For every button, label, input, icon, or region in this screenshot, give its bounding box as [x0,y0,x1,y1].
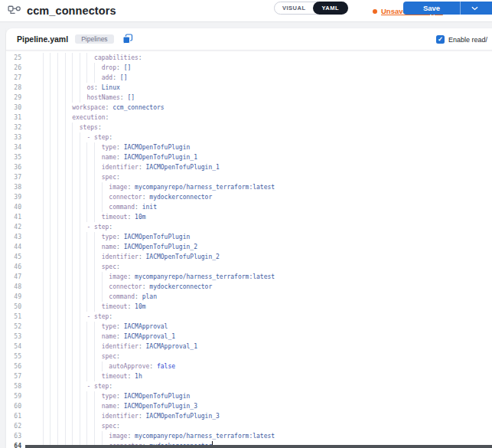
indent-guide [72,352,73,361]
code-text: name: IACMOpenTofuPlugin_2 [35,242,197,252]
save-split-button[interactable]: Save [403,2,492,15]
code-line[interactable]: 27 add: [] [6,73,492,83]
indent-guide [65,83,66,93]
code-line[interactable]: 41 timeout: 10m [6,212,492,222]
yaml-colon: : [116,323,120,330]
code-line[interactable]: 38 image: mycompanyrepo/harness_terrafor… [6,182,492,192]
code-line[interactable]: 40 command: init [6,202,492,212]
save-button[interactable]: Save [403,4,460,12]
code-line[interactable]: 48 connector: mydockerconnector [6,282,492,292]
code-line[interactable]: 47 image: mycompanyrepo/harness_terrafor… [6,272,492,282]
code-line[interactable]: 50 timeout: 10m [6,302,492,312]
line-number: 58 [6,381,21,391]
code-line[interactable]: 42 - step: [6,222,492,232]
code-line[interactable]: 43 type: IACMOpenTofuPlugin [6,232,492,242]
indent-guide [43,242,44,252]
indent-guide [94,262,95,272]
indent-guide [86,411,87,421]
line-number: 64 [6,441,21,448]
save-options-button[interactable] [461,6,488,11]
code-line[interactable]: 30 workspace: ccm_connectors [6,103,492,113]
code-line[interactable]: 58 - step: [6,381,492,391]
code-line[interactable]: 28 os: Linux [6,83,492,93]
code-line[interactable]: 56 autoApprove: false [6,361,492,371]
indent-guide [65,222,66,232]
code-line[interactable]: 35 name: IACMOpenTofuPlugin_1 [6,152,492,162]
indent-guide [72,401,73,411]
yaml-key: identifier [102,343,138,350]
code-line[interactable]: 39 connector: mydockerconnector [6,192,492,202]
horizontal-scrollbar[interactable] [25,445,492,448]
code-text: execution: [35,113,109,123]
code-text: timeout: 10m [35,212,146,222]
yaml-colon: : [138,343,142,350]
yaml-colon: : [142,283,146,290]
code-line[interactable]: 46 spec: [6,262,492,272]
indent-guide [43,73,44,83]
indent-guide [80,401,80,411]
yaml-editor[interactable]: 25 capabilities:26 drop: []27 add: []28 … [6,51,492,448]
line-number: 39 [6,192,21,202]
code-line[interactable]: 44 name: IACMOpenTofuPlugin_2 [6,242,492,252]
indent-guide [43,322,44,332]
indent-guide [50,222,51,232]
indent-guide [57,222,58,232]
code-line[interactable]: 60 name: IACMOpenTofuPlugin_3 [6,401,492,411]
indent-guide [57,302,58,312]
yaml-key: image [109,184,127,191]
code-line[interactable]: 29 hostNames: [] [6,93,492,103]
indent-guide [50,352,51,361]
code-line[interactable]: 54 identifier: IACMApproval_1 [6,342,492,352]
indent-guide [57,292,58,302]
indent-guide [72,292,73,302]
indent-guide [80,411,80,421]
code-text: type: IACMOpenTofuPlugin [35,142,190,152]
code-line[interactable]: 26 drop: [] [6,63,492,73]
indent-guide [57,361,58,371]
indent-guide [65,292,66,302]
code-line[interactable]: 31 execution: [6,113,492,123]
code-line[interactable]: 49 command: plan [6,292,492,302]
code-text: autoApprove: false [35,361,175,371]
chevron-down-icon [471,6,478,11]
indent-guide [43,342,44,352]
indent-guide [86,272,87,282]
line-number: 54 [6,342,21,352]
code-line[interactable]: 53 name: IACMApproval_1 [6,332,492,342]
indent-guide [57,123,58,132]
indent-guide [50,103,51,113]
toggle-visual[interactable]: VISUAL [275,2,314,14]
copy-button[interactable] [122,34,133,44]
code-line[interactable]: 25 capabilities: [6,53,492,63]
indent-guide [80,322,80,332]
toggle-yaml[interactable]: YAML [313,2,349,15]
yaml-value: plan [142,293,157,300]
code-text: hostNames: [] [35,93,135,103]
indent-guide [50,113,51,123]
indent-guide [94,142,95,152]
code-line[interactable]: 52 type: IACMApproval [6,322,492,332]
code-line[interactable]: 34 type: IACMOpenTofuPlugin [6,142,492,152]
page-title: ccm_connectors [27,5,116,17]
code-line[interactable]: 63 image: mycompanyrepo/harness_terrafor… [6,431,492,441]
code-line[interactable]: 57 timeout: 1h [6,371,492,381]
code-line[interactable]: 37 spec: [6,172,492,182]
code-line[interactable]: 32 steps: [6,123,492,132]
yaml-value: mydockerconnector [149,283,212,290]
code-line[interactable]: 36 identifier: IACMOpenTofuPlugin_1 [6,162,492,172]
yaml-key: name [102,154,116,161]
enable-read-checkbox[interactable]: ✓ [436,35,445,44]
yaml-value: IACMOpenTofuPlugin_2 [124,244,197,250]
code-line[interactable]: 51 - step: [6,312,492,322]
indent-guide [72,332,73,342]
code-line[interactable]: 45 identifier: IACMOpenTofuPlugin_2 [6,252,492,262]
indent-guide [57,212,58,222]
code-text: connector: mydockerconnector [35,192,212,202]
code-line[interactable]: 59 type: IACMOpenTofuPlugin [6,391,492,401]
yaml-colon: : [127,273,131,280]
code-line[interactable]: 62 spec: [6,421,492,431]
code-line[interactable]: 33 - step: [6,132,492,142]
code-line[interactable]: 61 identifier: IACMOpenTofuPlugin_3 [6,411,492,421]
code-line[interactable]: 55 spec: [6,352,492,361]
indent-guide [65,411,66,421]
